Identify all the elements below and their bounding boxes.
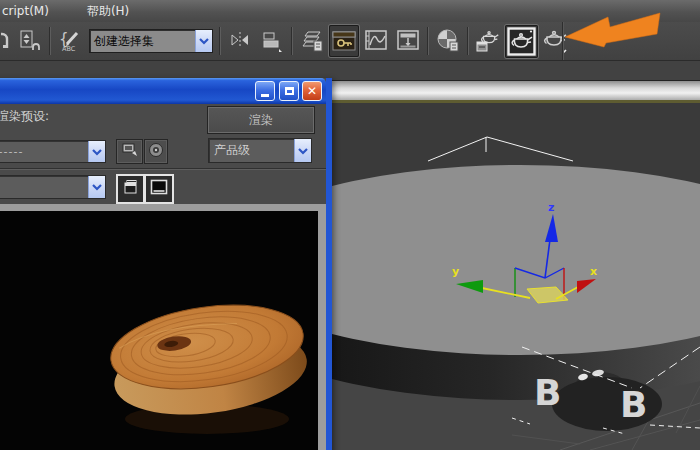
target-icon xyxy=(148,142,164,162)
render-preset-dropdown[interactable]: ------------------ xyxy=(0,140,106,163)
gizmo-axis-z-label: z xyxy=(548,201,554,214)
toolbar-separator xyxy=(467,27,469,55)
rendered-image xyxy=(0,211,318,450)
monochrome-toggle-button[interactable] xyxy=(144,174,174,204)
wood-disc-render xyxy=(0,211,318,450)
render-preset-label: 渲染预设: xyxy=(0,108,49,125)
gizmo-axis-y-label: y xyxy=(452,265,459,278)
clone-rendered-frame-button[interactable] xyxy=(116,139,143,164)
dropdown-arrow-icon[interactable] xyxy=(195,30,212,52)
render-quality-dropdown[interactable]: 产品级 xyxy=(208,138,312,163)
render-button[interactable]: 渲染 xyxy=(208,107,314,133)
dropdown-arrow-icon[interactable] xyxy=(294,139,311,162)
selection-set-value: 创建选择集 xyxy=(90,33,195,50)
dropdown-arrow-icon[interactable] xyxy=(88,141,105,162)
layer-manager-icon xyxy=(300,29,324,53)
render-preset-value: ------------------ xyxy=(0,145,88,158)
selection-set-dropdown[interactable]: 创建选择集 xyxy=(89,29,213,53)
minimize-button[interactable] xyxy=(255,81,275,101)
rendered-frame-window: ✕ 渲染预设: ------------------ 渲染 xyxy=(0,78,332,450)
edit-named-selection-icon: { ABC xyxy=(58,29,82,53)
close-icon: ✕ xyxy=(307,84,317,98)
dialog-titlebar[interactable]: ✕ xyxy=(0,78,326,104)
snapshot-button[interactable] xyxy=(144,139,168,164)
render-button-label: 渲染 xyxy=(249,112,273,129)
render-setup-icon xyxy=(475,28,501,54)
curve-editor-button[interactable] xyxy=(361,25,391,57)
snap-toggle-button[interactable] xyxy=(1,25,13,57)
render-quality-value: 产品级 xyxy=(209,142,294,159)
screen-icon xyxy=(150,179,168,199)
graphite-modeling-icon xyxy=(331,28,357,54)
app-window: { "menu_bar": { "items": [ { "label": "c… xyxy=(0,0,700,450)
channel-display-dropdown[interactable]: RGB Alpha xyxy=(0,175,106,199)
snap-toggle-icon xyxy=(1,29,13,53)
layered-window-icon xyxy=(123,179,139,199)
edit-named-selection-button[interactable]: { ABC xyxy=(55,25,85,57)
material-editor-icon xyxy=(435,28,461,54)
menu-maxscript[interactable]: cript(M) xyxy=(0,0,59,22)
toolbar-separator xyxy=(427,27,429,55)
graphite-modeling-button[interactable] xyxy=(329,25,359,57)
mirror-button[interactable] xyxy=(225,25,255,57)
close-button[interactable]: ✕ xyxy=(302,81,322,101)
selection-bracket-top xyxy=(428,137,573,161)
channel-display-value: RGB Alpha xyxy=(0,180,88,194)
schematic-view-icon xyxy=(396,29,420,53)
layer-manager-button[interactable] xyxy=(297,25,327,57)
dialog-separator xyxy=(0,168,326,170)
align-icon xyxy=(260,29,284,53)
perspective-viewport[interactable]: z y x B B xyxy=(332,103,700,450)
render-setup-button[interactable] xyxy=(473,25,503,57)
material-editor-button[interactable] xyxy=(433,25,463,57)
gizmo-axis-x-label: x xyxy=(590,265,597,278)
mirror-icon xyxy=(228,29,252,53)
toolbar-separator xyxy=(219,27,221,55)
render-production-button[interactable] xyxy=(540,25,570,57)
curve-editor-icon xyxy=(364,29,388,53)
render-production-icon xyxy=(541,27,569,55)
spinner-snap-button[interactable] xyxy=(15,25,45,57)
clone-frame-icon xyxy=(121,142,139,162)
watermark-letter-b1: B xyxy=(534,375,561,411)
align-button[interactable] xyxy=(257,25,287,57)
menu-help[interactable]: 帮助(H) xyxy=(77,0,139,22)
minimize-icon xyxy=(261,94,269,97)
dropdown-arrow-icon[interactable] xyxy=(88,176,105,198)
maximize-icon xyxy=(285,87,294,95)
rendered-frame-window-icon xyxy=(507,27,536,56)
toolbar-separator xyxy=(291,27,293,55)
ribbon-minimized-bar[interactable] xyxy=(332,80,700,101)
rendered-frame-window-button[interactable] xyxy=(505,25,538,58)
schematic-view-button[interactable] xyxy=(393,25,423,57)
spinner-snap-icon xyxy=(18,29,42,53)
toolbar-section-divider xyxy=(562,22,564,60)
svg-text:ABC: ABC xyxy=(62,45,76,53)
layered-image-toggle-button[interactable] xyxy=(116,174,145,204)
watermark-letter-b2: B xyxy=(620,387,647,423)
menu-bar: cript(M) 帮助(H) xyxy=(0,0,700,23)
cylinder-object[interactable] xyxy=(332,165,700,400)
rendered-image-frame xyxy=(0,204,326,450)
maximize-button[interactable] xyxy=(279,81,299,101)
main-toolbar: { ABC 创建选择集 xyxy=(0,22,700,61)
toolbar-separator xyxy=(49,27,51,55)
